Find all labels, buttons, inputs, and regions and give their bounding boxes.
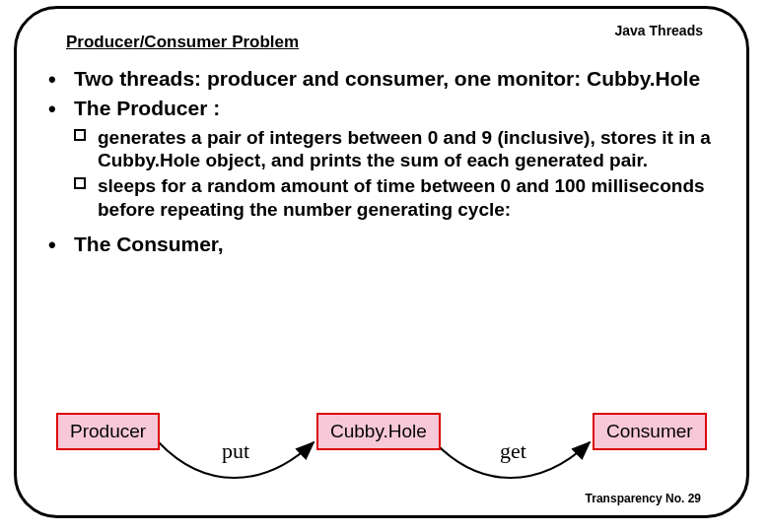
slide-subtitle: Producer/Consumer Problem <box>66 33 299 52</box>
bullet-2a: generates a pair of integers between 0 a… <box>40 126 723 173</box>
footer-transparency: Transparency No. 29 <box>584 492 703 505</box>
bullet-2a-text: generates a pair of integers between 0 a… <box>98 127 711 171</box>
diagram: Producer put Cubby.Hole get Consumer <box>56 395 727 498</box>
slide-frame: Java Threads Producer/Consumer Problem T… <box>14 6 749 518</box>
diagram-label-get: get <box>500 438 526 464</box>
bullet-1: Two threads: producer and consumer, one … <box>40 66 723 92</box>
diagram-box-consumer: Consumer <box>593 413 707 450</box>
diagram-box-cubbyhole: Cubby.Hole <box>316 413 441 450</box>
bullet-2: The Producer : <box>40 96 723 121</box>
bullet-box-icon <box>74 177 86 189</box>
header-topic: Java Threads <box>615 23 704 38</box>
bullet-2b: sleeps for a random amount of time betwe… <box>40 174 723 222</box>
slide-content: Two threads: producer and consumer, one … <box>40 66 723 261</box>
diagram-label-put: put <box>222 438 249 464</box>
bullet-3: The Consumer, <box>40 232 723 257</box>
bullet-2b-text: sleeps for a random amount of time betwe… <box>98 175 705 220</box>
bullet-box-icon <box>74 129 86 141</box>
diagram-box-producer: Producer <box>56 413 160 450</box>
